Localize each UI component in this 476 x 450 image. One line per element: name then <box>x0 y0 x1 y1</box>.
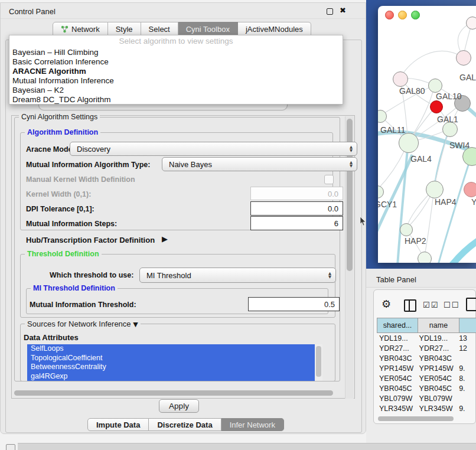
node-label-hap4: HAP4 <box>435 197 457 207</box>
table-row[interactable]: YBR043CYBR043C <box>377 353 476 363</box>
dropdown-item[interactable]: Basic Correlation Inference <box>12 57 109 66</box>
table-row[interactable]: YLR345WYLR345W9. <box>377 403 476 413</box>
table-row[interactable]: YPR145WYPR145W9. <box>377 363 476 373</box>
network-node-gal80[interactable] <box>393 71 408 87</box>
table-header-cut[interactable] <box>459 318 476 333</box>
tab-select[interactable]: Select <box>141 22 178 36</box>
attribute-list-scrollbar-thumb[interactable] <box>316 346 321 377</box>
mi-steps-input[interactable]: 6 <box>250 216 343 230</box>
data-attributes-list[interactable]: SelfLoops TopologicalCoefficient Between… <box>27 344 322 381</box>
which-threshold-combobox[interactable]: MI Threshold ▲▼ <box>139 268 336 283</box>
manual-kernel-width-checkbox[interactable] <box>324 175 334 184</box>
tab-impute-data-label: Impute Data <box>96 420 140 429</box>
aracne-mode-combobox[interactable]: Discovery ▲▼ <box>70 142 357 156</box>
select-all-checkboxes-icon[interactable]: ☑☑ <box>423 301 439 309</box>
deselect-all-checkboxes-icon[interactable]: ☐☐ <box>444 301 459 309</box>
tab-network-label: Network <box>71 25 100 34</box>
attribute-item-selected[interactable]: BetweennessCentrality <box>27 363 322 372</box>
node-label-gcy1: GCY1 <box>378 200 397 209</box>
sources-title[interactable]: Sources for Network Inference ▼ <box>25 319 141 328</box>
attribute-item-selected[interactable]: gal4RGexp <box>27 372 322 381</box>
gear-icon[interactable]: ⚙ <box>382 298 391 310</box>
table-row[interactable]: YBR045CYBR045C9. <box>377 383 476 393</box>
mi-threshold-definition-title: MI Threshold Definition <box>31 284 118 292</box>
table-row[interactable]: YIL052CYIL052C9. <box>377 413 476 415</box>
mi-threshold-input[interactable]: 0.5 <box>248 297 340 311</box>
network-node-gal10[interactable] <box>428 79 442 93</box>
network-node-red[interactable] <box>430 100 443 113</box>
network-node-gal4[interactable] <box>399 133 419 153</box>
node-label-gal1: GAL1 <box>437 115 458 124</box>
screenshot-root: Control Panel ✖ Network Style Sel <box>0 0 476 450</box>
document-icon[interactable] <box>466 298 476 311</box>
table-panel-title: Table Panel <box>376 275 416 284</box>
node-label-gal10: GAL10 <box>436 92 462 101</box>
tab-infer-network[interactable]: Infer Network <box>221 418 284 431</box>
attribute-item-selected[interactable]: SelfLoops <box>27 344 322 354</box>
tab-network[interactable]: Network <box>53 22 108 36</box>
dpi-tolerance-label: DPI Tolerance [0,1]: <box>26 205 94 213</box>
table-header-name[interactable]: name <box>418 318 459 333</box>
tab-style[interactable]: Style <box>108 22 141 36</box>
attribute-item-selected[interactable]: TopologicalCoefficient <box>27 354 322 363</box>
dropdown-item[interactable]: Bayesian – K2 <box>12 86 64 94</box>
tab-discretize-data[interactable]: Discretize Data <box>149 418 221 431</box>
network-node-pink[interactable] <box>464 182 476 197</box>
algorithm-definition-title: Algorithm Definition <box>25 128 100 136</box>
minimized-panel-icon[interactable] <box>6 444 15 450</box>
tab-style-label: Style <box>116 25 133 34</box>
dropdown-item[interactable]: Mutual Information Inference <box>12 76 114 85</box>
network-node-hap2[interactable] <box>400 223 413 236</box>
dropdown-item-selected[interactable]: ARACNE Algorithm <box>12 67 86 76</box>
table-header-shared[interactable]: shared... <box>377 318 418 333</box>
network-node-hap4[interactable] <box>426 181 444 198</box>
node-label-gal80: GAL80 <box>399 86 425 96</box>
kernel-width-input[interactable]: 0.0 <box>250 187 343 200</box>
network-node[interactable] <box>456 50 471 66</box>
float-window-icon[interactable] <box>327 8 333 15</box>
combo-arrows-icon: ▲▼ <box>350 146 353 152</box>
columns-icon[interactable] <box>404 299 416 312</box>
horizontal-scrollbar[interactable] <box>13 390 345 397</box>
dpi-tolerance-input[interactable]: 0.0 <box>250 201 343 216</box>
cyni-algorithm-settings-title: Cyni Algorithm Settings <box>19 113 100 121</box>
table-row[interactable]: YDL19...YDL19...13 <box>377 333 476 343</box>
mi-algorithm-type-combobox[interactable]: Naive Bayes ▲▼ <box>162 157 357 171</box>
tab-impute-data[interactable]: Impute Data <box>87 418 149 431</box>
close-icon[interactable]: ✖ <box>340 6 346 15</box>
dropdown-item[interactable]: Bayesian – Hill Climbing <box>12 48 99 57</box>
network-view-window[interactable]: GAL GAL80 GAL10 GAL1 GAL11 GAL4 SWI4 GCY… <box>378 6 476 263</box>
mi-steps-label: Mutual Information Steps: <box>26 220 117 228</box>
network-node[interactable] <box>466 17 476 30</box>
node-label-cut: Y <box>471 197 476 207</box>
mouse-cursor <box>360 217 367 226</box>
control-panel-titlebar[interactable]: Control Panel ✖ <box>1 3 366 19</box>
table-row[interactable]: YER054CYER054C8. <box>377 373 476 383</box>
aracne-mode-label: Aracne Mode: <box>26 145 75 154</box>
aracne-mode-value: Discovery <box>77 145 110 154</box>
combo-arrows-icon: ▲▼ <box>350 161 353 168</box>
dropdown-item[interactable]: Dream8 DC_TDC Algorithm <box>12 95 111 104</box>
horizontal-scrollbar-thumb[interactable] <box>14 390 333 396</box>
tab-infer-network-label: Infer Network <box>230 420 275 429</box>
attribute-list-scrollbar[interactable] <box>315 344 322 381</box>
apply-button-label: Apply <box>169 402 189 410</box>
apply-button[interactable]: Apply <box>159 399 199 413</box>
tab-cyni-toolbox[interactable]: Cyni Toolbox <box>178 22 238 36</box>
hub-definition-label[interactable]: Hub/Transcription Factor Definition <box>26 236 155 244</box>
network-node[interactable] <box>418 252 432 263</box>
control-panel-title: Control Panel <box>9 7 56 16</box>
algorithm-dropdown-popup: Select algorithm to view settings Bayesi… <box>9 35 343 105</box>
collapse-arrow-icon[interactable]: ▼ <box>133 321 138 328</box>
table-row[interactable]: YBL079WYBL079W <box>377 393 476 403</box>
table-row[interactable]: YDR27...YDR27...12 <box>377 343 476 353</box>
combo-arrows-icon: ▲▼ <box>328 272 331 279</box>
table-horizontal-scrollbar[interactable] <box>376 416 475 422</box>
data-attributes-label: Data Attributes <box>24 333 79 342</box>
expand-arrow-icon[interactable]: ▶ <box>162 234 168 243</box>
tab-jactivemnodules[interactable]: jActiveMNodules <box>238 22 311 36</box>
which-threshold-label: Which threshold to use: <box>50 271 133 279</box>
table-header-row: shared... name <box>377 318 476 333</box>
network-icon <box>61 25 69 33</box>
table-horizontal-scrollbar-thumb[interactable] <box>378 416 454 421</box>
